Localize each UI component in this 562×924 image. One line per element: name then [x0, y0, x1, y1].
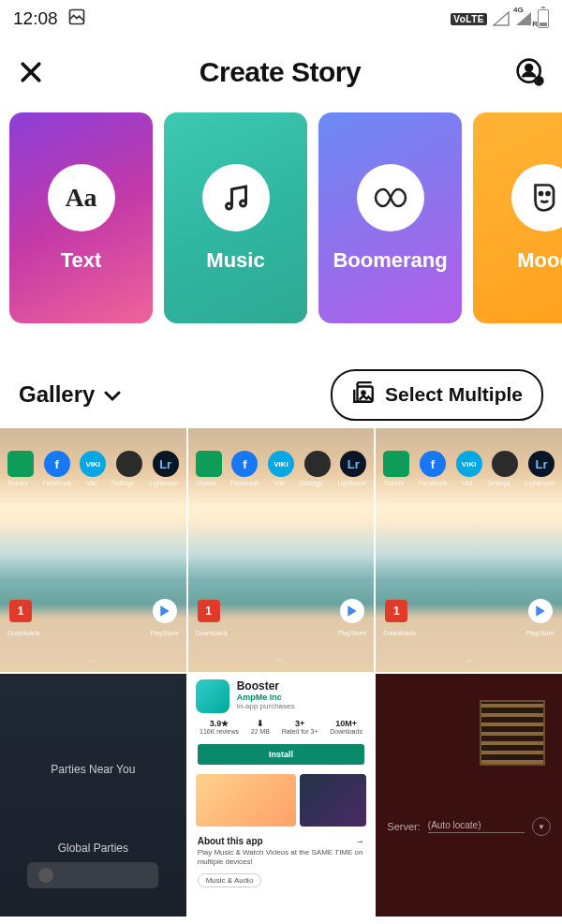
- install-button: Install: [198, 744, 365, 765]
- header: Create Story: [0, 37, 562, 107]
- store-developer: AmpMe Inc: [237, 693, 295, 702]
- app-icon: [7, 451, 34, 477]
- thumb-graphic: [480, 700, 545, 766]
- store-screenshots: [188, 768, 375, 832]
- story-type-carousel[interactable]: Aa Text Music Boomerang Mood: [0, 112, 562, 323]
- svg-point-4: [538, 80, 540, 82]
- music-icon: [202, 164, 270, 231]
- story-type-mood[interactable]: Mood: [473, 112, 562, 323]
- gallery-grid: f VIKI Lr SheetsFacebookVikiSettingsLigh…: [0, 428, 562, 917]
- svg-point-7: [540, 192, 542, 195]
- svg-point-8: [546, 192, 549, 195]
- about-description: Play Music & Watch Videos at the SAME TI…: [188, 846, 375, 870]
- app-icon: Lr: [153, 451, 179, 477]
- gallery-thumbnail[interactable]: fVIKILr SheetsFacebookVikiSettingsLightr…: [188, 428, 375, 672]
- gallery-thumbnail[interactable]: f VIKI Lr SheetsFacebookVikiSettingsLigh…: [0, 428, 186, 672]
- svg-point-6: [240, 201, 245, 206]
- select-multiple-button[interactable]: Select Multiple: [331, 369, 543, 421]
- gallery-thumbnail[interactable]: Booster AmpMe Inc In-app purchases 3.9★1…: [188, 674, 375, 917]
- app-icon: [116, 451, 142, 477]
- story-type-label: Music: [206, 248, 264, 273]
- signal-data-icon: 4G R: [515, 11, 532, 26]
- gallery-source-dropdown[interactable]: Gallery: [19, 381, 121, 408]
- story-type-label: Mood: [517, 248, 562, 273]
- thumb-card: [27, 862, 158, 888]
- category-chip: Music & Audio: [198, 873, 262, 887]
- gallery-thumbnail[interactable]: Parties Near You Global Parties: [0, 674, 186, 917]
- chevron-up-icon: ︿: [88, 653, 97, 666]
- server-value: (Auto locate): [428, 820, 525, 833]
- gallery-source-label: Gallery: [19, 381, 95, 408]
- svg-point-5: [226, 203, 231, 209]
- mood-icon: [511, 164, 563, 231]
- thumb-text: Parties Near You: [51, 763, 135, 776]
- story-type-label: Boomerang: [333, 248, 447, 273]
- thumb-text: Global Parties: [0, 842, 186, 855]
- battery-icon: [538, 9, 549, 28]
- page-title: Create Story: [200, 56, 361, 88]
- story-type-label: Text: [61, 248, 102, 273]
- store-app-title: Booster: [237, 679, 295, 693]
- close-icon[interactable]: [17, 58, 45, 86]
- signal-empty-icon: [493, 11, 510, 26]
- volte-badge: VoLTE: [451, 13, 487, 25]
- arrow-right-icon: →: [355, 836, 364, 846]
- status-bar: 12:08 VoLTE 4G R: [0, 0, 562, 37]
- app-icon: f: [44, 451, 70, 477]
- story-type-music[interactable]: Music: [164, 112, 307, 323]
- gallery-bar: Gallery Select Multiple: [0, 372, 562, 417]
- app-icon: VIKI: [80, 451, 106, 477]
- badge-icon: 1: [9, 600, 32, 622]
- select-multiple-label: Select Multiple: [385, 383, 523, 406]
- gallery-indicator-icon: [67, 7, 86, 31]
- server-label: Server:: [387, 821, 420, 832]
- multi-image-icon: [351, 380, 376, 410]
- chevron-down-icon: [104, 381, 121, 408]
- svg-point-10: [362, 391, 364, 394]
- app-store-icon: [196, 679, 229, 713]
- story-type-boomerang[interactable]: Boomerang: [318, 112, 462, 323]
- about-header: About this app→: [188, 832, 375, 846]
- boomerang-icon: [357, 164, 424, 231]
- play-store-icon: [153, 599, 177, 623]
- gallery-thumbnail[interactable]: Server: (Auto locate) ▼: [376, 674, 562, 917]
- store-iap: In-app purchases: [237, 702, 295, 710]
- privacy-settings-icon[interactable]: [515, 57, 545, 87]
- store-stats: 3.9★116K reviews ⬇22 MB 3+Rated for 3+ 1…: [188, 715, 375, 740]
- svg-point-2: [525, 65, 532, 71]
- dropdown-icon: ▼: [532, 817, 551, 836]
- text-icon: Aa: [48, 164, 115, 231]
- status-time: 12:08: [13, 8, 58, 29]
- gallery-thumbnail[interactable]: fVIKILr SheetsFacebookVikiSettingsLightr…: [376, 428, 562, 672]
- story-type-text[interactable]: Aa Text: [9, 112, 153, 323]
